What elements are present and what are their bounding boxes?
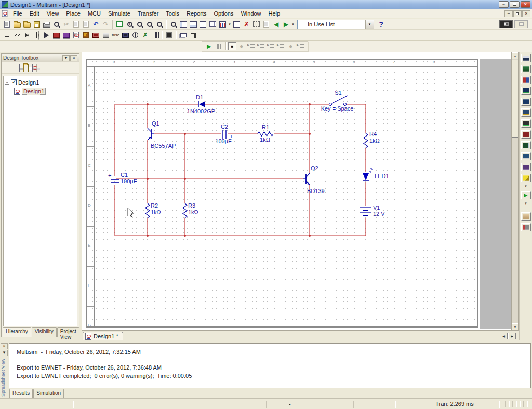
tree-expand-icon[interactable]: −: [5, 80, 9, 85]
hierarchical-block-button[interactable]: [178, 31, 188, 40]
place-basic-button[interactable]: [12, 31, 22, 40]
spreadsheet-dock-button[interactable]: ▼: [1, 350, 8, 356]
grapher-button[interactable]: [218, 20, 228, 29]
component-led1[interactable]: LED1: [363, 169, 389, 181]
environment-toggle-button[interactable]: [499, 20, 513, 28]
place-advanced-peripherals-button[interactable]: [121, 31, 130, 40]
tree-checkbox-icon[interactable]: [11, 79, 17, 85]
measurement-probe-button[interactable]: [521, 174, 531, 182]
forward-arrow-button[interactable]: ▶: [281, 20, 291, 29]
run-simulation-button[interactable]: ▶: [204, 42, 214, 51]
help-button[interactable]: ?: [376, 20, 386, 29]
current-clamp-probe[interactable]: [521, 223, 531, 231]
component-r2[interactable]: R2 1kΩ: [145, 202, 161, 218]
probe-hand-tool[interactable]: [521, 212, 531, 221]
instrument-function-generator[interactable]: [521, 65, 531, 73]
step-over-button[interactable]: [256, 42, 266, 51]
zoom-fit-button[interactable]: [154, 20, 164, 29]
open-design-button[interactable]: [23, 65, 24, 71]
sheet-scroll-left-button[interactable]: ◀: [500, 333, 508, 339]
place-bus-button[interactable]: [188, 31, 198, 40]
place-ttl-button[interactable]: [51, 31, 61, 40]
component-v1[interactable]: V1 12 V: [360, 204, 385, 217]
place-transistor-button[interactable]: [32, 31, 42, 40]
place-diode-button[interactable]: [22, 31, 32, 40]
place-rf-button[interactable]: [130, 31, 140, 40]
menu-reports[interactable]: Reports: [183, 10, 210, 17]
pause-simulation-button[interactable]: [214, 42, 224, 51]
in-use-list-combo[interactable]: --- In Use List --- ▼: [297, 20, 374, 29]
tab-project-view[interactable]: Project View: [57, 327, 79, 337]
instrument-bode-plotter[interactable]: [521, 108, 531, 117]
probe-dropdown-arrow[interactable]: ▼: [524, 185, 527, 188]
mdi-minimize-button[interactable]: −: [504, 10, 513, 17]
design-toolbox-close-button[interactable]: ×: [70, 55, 77, 61]
spreadsheet-toggle[interactable]: [188, 20, 198, 29]
zoom-out-button[interactable]: −: [135, 20, 144, 29]
tab-results[interactable]: Results: [9, 389, 33, 398]
schematic-workspace[interactable]: 0 1 2 3 4 5 6 7 8 A B C D E F G ▲ ▼: [82, 52, 519, 331]
component-r3[interactable]: R3 1kΩ: [183, 202, 198, 218]
cut-button[interactable]: ✂: [61, 20, 71, 29]
place-analog-button[interactable]: [42, 31, 51, 40]
run-to-cursor-button[interactable]: [276, 42, 286, 51]
remove-breakpoints-button[interactable]: [296, 42, 305, 51]
component-q2[interactable]: Q2 BD139: [303, 165, 325, 194]
menu-view[interactable]: View: [43, 10, 63, 17]
minimize-button[interactable]: −: [499, 1, 509, 8]
design-toolbox-toggle[interactable]: [178, 20, 188, 29]
print-preview-button[interactable]: [51, 20, 61, 29]
component-c1[interactable]: + C1 100µF: [108, 172, 137, 184]
tab-simulation[interactable]: Simulation: [33, 389, 64, 398]
close-button[interactable]: ×: [521, 1, 530, 8]
redo-button[interactable]: ↷: [101, 20, 111, 29]
capture-area-button[interactable]: [251, 20, 261, 29]
instrument-oscilloscope[interactable]: [521, 87, 531, 95]
place-power-button[interactable]: [101, 31, 111, 40]
save-button[interactable]: [32, 20, 42, 29]
spreadsheet-results-area[interactable]: Multisim - Friday, October 26, 2012, 7:3…: [9, 343, 531, 388]
record-button[interactable]: ●: [236, 42, 246, 51]
tab-visibility[interactable]: Visibility: [32, 327, 57, 337]
place-source-button[interactable]: [2, 31, 12, 40]
menu-simulate[interactable]: Simulate: [104, 10, 134, 17]
sheet-scroll-right-button[interactable]: ▶: [508, 333, 516, 339]
full-screen-button[interactable]: [115, 20, 125, 29]
component-r4[interactable]: R4 1kΩ: [364, 131, 380, 148]
menu-options[interactable]: Options: [210, 10, 237, 17]
tree-child-row[interactable]: Design1: [5, 87, 76, 96]
place-mcu-button[interactable]: [164, 31, 174, 40]
menu-window[interactable]: Window: [237, 10, 264, 17]
mdi-restore-button[interactable]: [513, 10, 522, 17]
copy-button[interactable]: [71, 20, 81, 29]
instrument-frequency-counter[interactable]: [521, 119, 531, 128]
menu-edit[interactable]: Edit: [26, 10, 43, 17]
back-annotate-button[interactable]: [261, 20, 271, 29]
stop-simulation-button[interactable]: ■: [228, 42, 236, 50]
step-out-button[interactable]: [266, 42, 276, 51]
new-file-button[interactable]: [2, 20, 12, 29]
view-toggle-button[interactable]: [514, 20, 528, 28]
place-electromechanical-button[interactable]: ✗: [140, 31, 150, 40]
open-sample-button[interactable]: [22, 20, 32, 29]
design-toolbox-titlebar[interactable]: Design Toolbox ▼ ×: [2, 54, 79, 62]
in-use-list-dropdown[interactable]: ▼: [365, 20, 374, 29]
grapher-dropdown-arrow[interactable]: ▼: [228, 23, 232, 26]
instrument-logic-analyzer[interactable]: [521, 141, 531, 149]
tree-root-row[interactable]: − Design1: [5, 78, 76, 87]
instrument-wattmeter[interactable]: [521, 76, 531, 84]
zoom-full-button[interactable]: [168, 20, 178, 29]
restore-button[interactable]: [510, 1, 520, 8]
simulation-probe-button[interactable]: ▶: [521, 191, 531, 199]
paste-button[interactable]: [81, 20, 91, 29]
undo-button[interactable]: ↶: [91, 20, 101, 29]
menu-file[interactable]: File: [9, 10, 26, 17]
component-r1[interactable]: R1 1kΩ: [258, 124, 273, 143]
forward-dropdown-arrow[interactable]: ▼: [291, 23, 295, 26]
menu-mcu[interactable]: MCU: [84, 10, 104, 17]
menu-tools[interactable]: Tools: [162, 10, 183, 17]
menu-help[interactable]: Help: [265, 10, 284, 17]
open-file-button[interactable]: [12, 20, 22, 29]
place-misc-digital-button[interactable]: [71, 31, 81, 40]
database-manager-button[interactable]: [198, 20, 208, 29]
